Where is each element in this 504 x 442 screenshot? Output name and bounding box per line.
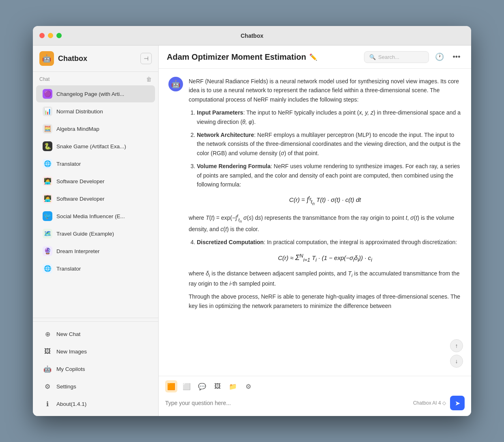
search-box[interactable]: 🔍 Search... — [364, 51, 429, 63]
scroll-buttons: ↑ ↓ — [450, 339, 463, 368]
new-images-label: New Images — [56, 349, 87, 355]
sidebar-item-social-icon: 🐦 — [43, 211, 52, 221]
sidebar-item-normal-dist[interactable]: 📊 Normal Distribution — [36, 103, 155, 120]
my-copilots-label: My Copilots — [56, 366, 85, 372]
main-content: Adam Optimizer Moment Estimation ✏️ 🔍 Se… — [159, 46, 471, 416]
formula-2-note: where δi is the distance between adjacen… — [189, 269, 461, 288]
history-button[interactable]: 🕐 — [433, 50, 446, 63]
maximize-button[interactable] — [56, 33, 62, 38]
new-chat-icon: ⊕ — [43, 329, 52, 339]
toolbar-tool-icon[interactable]: ⚙ — [242, 380, 254, 392]
sidebar-item-translator1[interactable]: 🌐 Translator — [36, 155, 155, 172]
new-images-icon: 🖼 — [43, 347, 52, 356]
scroll-up-button[interactable]: ↑ — [450, 339, 463, 352]
toolbar-select-icon[interactable]: ⬜ — [181, 380, 193, 392]
edit-title-icon[interactable]: ✏️ — [309, 53, 317, 61]
sidebar-item-software-dev2[interactable]: 👩‍💻 Software Developer — [36, 190, 155, 207]
minimize-button[interactable] — [48, 33, 53, 38]
sidebar-item-translator2-label: Translator — [56, 266, 81, 272]
sidebar-item-changelog-label: Changelog Page (with Arti... — [56, 91, 124, 97]
settings-button[interactable]: ⚙ Settings — [36, 378, 155, 395]
sidebar-divider — [33, 318, 158, 318]
close-button[interactable] — [39, 33, 45, 38]
list-item-2: Network Architecture: NeRF employs a mul… — [197, 130, 461, 158]
text-input-wrapper — [165, 398, 409, 408]
sidebar-nav: 🟣 Changelog Page (with Arti... 📊 Normal … — [33, 85, 158, 314]
sidebar-item-social[interactable]: 🐦 Social Media Influencer (E... — [36, 208, 155, 225]
my-copilots-button[interactable]: 🤖 My Copilots — [36, 360, 155, 377]
traffic-lights — [39, 33, 62, 38]
sidebar-item-dream[interactable]: 🔮 Dream Interpreter — [36, 243, 155, 260]
sidebar: 🤖 Chatbox ⊣ Chat 🗑 🟣 Changelog Page (wit… — [33, 46, 159, 416]
sidebar-item-travel[interactable]: 🗺️ Travel Guide (Example) — [36, 225, 155, 242]
app-body: 🤖 Chatbox ⊣ Chat 🗑 🟣 Changelog Page (wit… — [33, 46, 471, 416]
titlebar: Chatbox — [33, 26, 471, 46]
message-list-2: Discretized Computation: In practical co… — [189, 238, 461, 247]
sidebar-item-travel-label: Travel Guide (Example) — [56, 231, 114, 237]
formula-2: C(r) ≈ ΣNi=1 Ti · (1 − exp(−σiδi)) · ci — [189, 252, 461, 264]
sidebar-item-software-dev2-label: Software Developer — [56, 196, 105, 202]
sidebar-item-translator2[interactable]: 🌐 Translator — [36, 260, 155, 277]
sidebar-logo: 🤖 Chatbox — [39, 51, 87, 66]
logo-icon: 🤖 — [39, 51, 54, 66]
formula-1: C(r) = ∫tftn T(t) · σ(t) · c(t) dt — [189, 194, 461, 207]
chat-input[interactable] — [165, 398, 409, 408]
chat-title-text: Adam Optimizer Moment Estimation — [167, 52, 306, 62]
sidebar-item-normal-dist-icon: 📊 — [43, 106, 52, 116]
settings-icon: ⚙ — [43, 381, 52, 391]
my-copilots-icon: 🤖 — [43, 364, 52, 374]
sidebar-item-snake-icon: 🐍 — [43, 141, 52, 151]
chat-header: Adam Optimizer Moment Estimation ✏️ 🔍 Se… — [159, 46, 471, 69]
toolbar-chat-icon[interactable]: 💬 — [196, 380, 208, 392]
app-window: Chatbox 🤖 Chatbox ⊣ Chat 🗑 🟣 Changelog P… — [33, 26, 471, 416]
sidebar-bottom: ⊕ New Chat 🖼 New Images 🤖 My Copilots ⚙ … — [33, 321, 158, 416]
scroll-down-button[interactable]: ↓ — [450, 355, 463, 368]
sidebar-item-snake[interactable]: 🐍 Snake Game (Artifact Exa...) — [36, 138, 155, 155]
toolbar-folder-icon[interactable]: 📁 — [227, 380, 239, 392]
settings-label: Settings — [56, 384, 76, 390]
sidebar-item-snake-label: Snake Game (Artifact Exa...) — [56, 143, 126, 150]
about-label: About(1.4.1) — [56, 401, 86, 407]
new-images-button[interactable]: 🖼 New Images — [36, 343, 155, 360]
sidebar-item-software-dev2-icon: 👩‍💻 — [43, 194, 52, 204]
assistant-avatar: 🤖 — [168, 77, 183, 91]
window-title: Chatbox — [241, 32, 263, 39]
sidebar-section-header: Chat 🗑 — [33, 72, 158, 85]
formula-1-note: where T(t) = exp(−∫ttn σ(s) ds) represen… — [189, 212, 461, 234]
delete-chat-icon[interactable]: 🗑 — [146, 76, 152, 82]
list-item-4: Discretized Computation: In practical co… — [197, 238, 461, 247]
about-button[interactable]: ℹ About(1.4.1) — [36, 395, 155, 412]
message-body-1: NeRF (Neural Radiance Fields) is a neura… — [189, 77, 461, 314]
chat-section-label: Chat — [39, 76, 50, 82]
sidebar-collapse-button[interactable]: ⊣ — [140, 53, 152, 64]
more-options-button[interactable]: ••• — [450, 50, 463, 63]
sidebar-item-software-dev1-icon: 👩‍💻 — [43, 176, 52, 186]
list-item-3: Volume Rendering Formula: NeRF uses volu… — [197, 162, 461, 189]
sidebar-item-changelog[interactable]: 🟣 Changelog Page (with Arti... — [36, 85, 155, 102]
sidebar-item-changelog-icon: 🟣 — [43, 89, 52, 99]
new-chat-label: New Chat — [56, 331, 80, 337]
message-closing: Through the above process, NeRF is able … — [189, 292, 461, 310]
toolbar-image-icon[interactable]: 🖼 — [211, 380, 224, 392]
about-icon: ℹ — [43, 399, 52, 409]
search-icon: 🔍 — [369, 54, 376, 60]
send-button[interactable]: ➤ — [450, 396, 465, 410]
sidebar-item-normal-dist-label: Normal Distribution — [56, 108, 103, 115]
toolbar-chatbox-icon[interactable]: 🟧 — [165, 380, 177, 392]
sidebar-item-software-dev1[interactable]: 👩‍💻 Software Developer — [36, 173, 155, 190]
sidebar-item-software-dev1-label: Software Developer — [56, 178, 105, 184]
sidebar-item-algebra[interactable]: 🧮 Algebra MindMap — [36, 120, 155, 137]
sidebar-item-translator1-icon: 🌐 — [43, 159, 52, 169]
chat-input-area: 🟧 ⬜ 💬 🖼 📁 ⚙ Chatbox AI 4 ◇ ➤ — [159, 376, 471, 416]
sidebar-item-social-label: Social Media Influencer (E... — [56, 213, 125, 219]
sidebar-item-translator2-icon: 🌐 — [43, 264, 52, 273]
sidebar-item-dream-label: Dream Interpreter — [56, 248, 100, 254]
chat-title-container: Adam Optimizer Moment Estimation ✏️ — [167, 52, 317, 62]
input-row: Chatbox AI 4 ◇ ➤ — [165, 396, 465, 410]
sidebar-item-algebra-label: Algebra MindMap — [56, 126, 99, 132]
sidebar-item-translator1-label: Translator — [56, 161, 81, 167]
new-chat-button[interactable]: ⊕ New Chat — [36, 325, 155, 342]
input-meta: Chatbox AI 4 ◇ — [413, 400, 446, 406]
chat-messages: 🤖 NeRF (Neural Radiance Fields) is a neu… — [159, 69, 471, 376]
sidebar-item-algebra-icon: 🧮 — [43, 124, 52, 134]
